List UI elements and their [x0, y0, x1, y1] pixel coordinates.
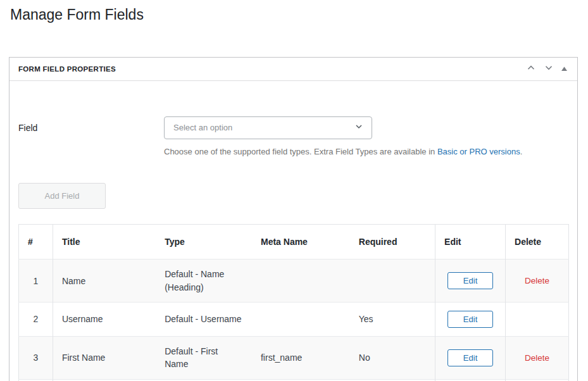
add-field-button[interactable]: Add Field: [18, 183, 106, 209]
table-header-row: # Title Type Meta Name Required Edit Del…: [19, 225, 569, 259]
cell-required: No: [350, 336, 435, 379]
table-row: 2 Username Default - Username Yes Edit: [19, 302, 569, 336]
col-header-type: Type: [156, 225, 252, 259]
col-header-number: #: [19, 225, 53, 259]
form-field-properties-panel: FORM FIELD PROPERTIES Field: [9, 57, 578, 381]
form-fields-table: # Title Type Meta Name Required Edit Del…: [18, 224, 569, 381]
chevron-down-icon: [543, 62, 554, 75]
edit-button[interactable]: Edit: [447, 311, 493, 328]
cell-meta-name: [252, 259, 350, 303]
field-type-select[interactable]: Select an option: [164, 116, 372, 139]
help-text-suffix: .: [520, 147, 523, 156]
cell-type: Default - Username: [156, 302, 252, 336]
cell-required: [350, 259, 435, 303]
panel-body: Field Select an option Choose one of the…: [9, 81, 577, 381]
cell-meta-name: first_name: [252, 336, 350, 379]
cell-number: 3: [19, 336, 53, 379]
cell-number: 1: [19, 259, 53, 303]
field-select-column: Select an option Choose one of the suppo…: [164, 116, 522, 158]
triangle-up-icon: [561, 64, 568, 73]
edit-button[interactable]: Edit: [447, 349, 493, 366]
cell-type: Default - First Name: [156, 336, 252, 379]
col-header-edit: Edit: [435, 225, 506, 259]
col-header-meta-name: Meta Name: [252, 225, 350, 259]
edit-button[interactable]: Edit: [447, 272, 493, 289]
panel-title: FORM FIELD PROPERTIES: [18, 65, 116, 73]
chevron-down-icon: [354, 122, 364, 134]
cell-title: First Name: [53, 336, 156, 379]
page-title: Manage Form Fields: [10, 6, 588, 25]
cell-number: 2: [19, 302, 53, 336]
col-header-delete: Delete: [506, 225, 569, 259]
cell-meta-name: [252, 302, 350, 336]
delete-link[interactable]: Delete: [525, 276, 549, 285]
field-label: Field: [18, 116, 164, 133]
cell-title: Name: [53, 259, 156, 303]
cell-type: Default - Name (Heading): [156, 259, 252, 303]
table-row: 1 Name Default - Name (Heading) Edit Del…: [19, 259, 569, 303]
move-down-button[interactable]: [540, 60, 558, 77]
panel-handle-actions: [522, 60, 571, 77]
cell-title: Username: [53, 302, 156, 336]
help-text-prefix: Choose one of the supported field types.…: [164, 147, 437, 156]
delete-link[interactable]: Delete: [525, 353, 549, 363]
cell-required: Yes: [350, 302, 435, 336]
panel-header: FORM FIELD PROPERTIES: [9, 58, 577, 81]
chevron-up-icon: [525, 62, 537, 75]
col-header-title: Title: [53, 225, 156, 259]
field-help-text: Choose one of the supported field types.…: [164, 146, 522, 158]
move-up-button[interactable]: [522, 60, 540, 77]
field-type-form-row: Field Select an option Choose one of the…: [18, 116, 568, 158]
select-placeholder: Select an option: [173, 123, 232, 132]
collapse-panel-button[interactable]: [558, 62, 571, 75]
table-row: 3 First Name Default - First Name first_…: [19, 336, 569, 379]
col-header-required: Required: [350, 225, 435, 259]
basic-pro-versions-link[interactable]: Basic or PRO versions: [437, 147, 520, 156]
